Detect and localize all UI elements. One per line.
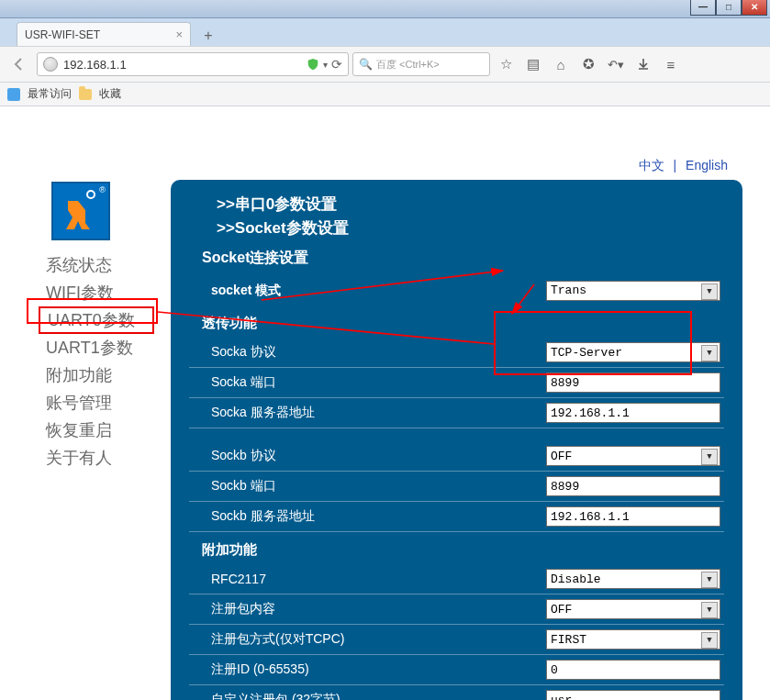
company-logo: ® bbox=[51, 182, 110, 240]
lang-en-link[interactable]: English bbox=[686, 158, 728, 172]
row-sockb-server: Sockb 服务器地址 bbox=[189, 502, 724, 532]
row-socka-server: Socka 服务器地址 bbox=[189, 398, 724, 428]
regpkg-mode-select[interactable]: FIRST bbox=[546, 629, 720, 650]
sockb-server-label: Sockb 服务器地址 bbox=[211, 508, 546, 525]
row-regid: 注册ID (0-65535) bbox=[189, 655, 724, 685]
row-socka-port: Socka 端口 bbox=[189, 368, 724, 398]
input-field[interactable] bbox=[551, 510, 716, 524]
most-visited-icon bbox=[7, 88, 20, 101]
rfc-label: RFC2117 bbox=[211, 572, 546, 586]
nav-system-status[interactable]: 系统状态 bbox=[39, 251, 154, 279]
nav-uart1-params[interactable]: UART1参数 bbox=[39, 334, 154, 361]
socka-proto-label: Socka 协议 bbox=[211, 344, 546, 361]
group-transparent-title: 透传功能 bbox=[202, 315, 724, 332]
bookmark-star-icon[interactable]: ☆ bbox=[494, 52, 518, 76]
sockb-port-input[interactable] bbox=[546, 476, 720, 496]
nav-label: WIFI参数 bbox=[46, 282, 114, 304]
window-maximize-button[interactable] bbox=[716, 0, 742, 16]
socka-proto-select[interactable]: TCP-Server bbox=[546, 342, 720, 362]
nav-label: 账号管理 bbox=[46, 392, 112, 414]
main-panel: >>串口0参数设置 >>Socket参数设置 Socket连接设置 socket… bbox=[171, 180, 742, 700]
regpkg-content-select[interactable]: OFF bbox=[546, 599, 720, 619]
row-socka-proto: Socka 协议 TCP-Server bbox=[189, 338, 724, 368]
history-back-small-icon[interactable]: ↶▾ bbox=[604, 52, 628, 76]
sockb-server-input[interactable] bbox=[546, 506, 720, 527]
shield-icon bbox=[307, 58, 319, 71]
nav-about[interactable]: 关于有人 bbox=[39, 444, 154, 472]
url-text: 192.168.1.1 bbox=[63, 58, 127, 72]
input-field[interactable] bbox=[551, 376, 716, 390]
devtools-icon[interactable]: ✪ bbox=[576, 52, 600, 76]
input-field[interactable] bbox=[551, 694, 716, 701]
nav-restore-reboot[interactable]: 恢复重启 bbox=[39, 417, 154, 444]
breadcrumb-1: >>串口0参数设置 bbox=[217, 193, 724, 217]
bookmarks-bar: 最常访问 收藏 bbox=[0, 83, 770, 106]
browser-tab[interactable]: USR-WIFI-SET × bbox=[17, 22, 191, 46]
nav-label: 关于有人 bbox=[46, 447, 112, 469]
url-bar[interactable]: 192.168.1.1 ▾ ⟳ bbox=[37, 52, 349, 76]
bookmark-recent[interactable]: 最常访问 bbox=[28, 86, 72, 102]
select-value: OFF bbox=[551, 603, 572, 617]
regpkg-content-label: 注册包内容 bbox=[211, 601, 546, 617]
socka-server-input[interactable] bbox=[546, 403, 720, 423]
search-bar[interactable]: 🔍 百度 <Ctrl+K> bbox=[352, 52, 490, 76]
socket-mode-select[interactable]: Trans bbox=[546, 281, 720, 301]
row-regpkg-mode: 注册包方式(仅对TCPC) FIRST bbox=[189, 625, 724, 655]
close-tab-icon[interactable]: × bbox=[175, 28, 183, 41]
regid-input[interactable] bbox=[546, 660, 720, 680]
browser-toolbar: 192.168.1.1 ▾ ⟳ 🔍 百度 <Ctrl+K> ☆ ▤ ⌂ ✪ ↶▾… bbox=[0, 46, 770, 83]
custom-reg-label: 自定义注册包 (32字节) bbox=[211, 692, 546, 700]
nav-extra-functions[interactable]: 附加功能 bbox=[39, 361, 154, 389]
sockb-proto-select[interactable]: OFF bbox=[546, 446, 720, 466]
menu-icon[interactable]: ≡ bbox=[659, 52, 683, 76]
row-custom-reg: 自定义注册包 (32字节) bbox=[189, 685, 724, 700]
socka-port-input[interactable] bbox=[546, 372, 720, 393]
window-close-button[interactable] bbox=[742, 0, 767, 16]
new-tab-button[interactable]: + bbox=[196, 26, 220, 46]
row-sockb-proto: Sockb 协议 OFF bbox=[189, 441, 724, 472]
lang-separator: | bbox=[674, 158, 677, 172]
window-titlebar bbox=[0, 0, 770, 18]
bookmark-favorites[interactable]: 收藏 bbox=[99, 86, 121, 102]
group-extra-title: 附加功能 bbox=[202, 541, 724, 559]
select-value: Disable bbox=[551, 572, 601, 586]
language-switch: 中文 | English bbox=[639, 158, 728, 174]
dropdown-icon[interactable]: ▾ bbox=[323, 60, 328, 70]
nav-wifi-params[interactable]: WIFI参数 bbox=[39, 279, 154, 306]
input-field[interactable] bbox=[551, 480, 716, 494]
back-button[interactable] bbox=[6, 51, 33, 77]
nav-account-mgmt[interactable]: 账号管理 bbox=[39, 389, 154, 417]
row-socket-mode: socket 模式 Trans bbox=[189, 275, 724, 306]
back-icon bbox=[12, 57, 27, 72]
window-minimize-button[interactable] bbox=[690, 0, 716, 16]
reload-icon[interactable]: ⟳ bbox=[331, 57, 342, 72]
downloads-icon[interactable] bbox=[631, 52, 655, 76]
socka-server-label: Socka 服务器地址 bbox=[211, 405, 546, 421]
tab-title: USR-WIFI-SET bbox=[25, 28, 100, 41]
reading-list-icon[interactable]: ▤ bbox=[521, 52, 545, 76]
input-field[interactable] bbox=[551, 406, 716, 420]
lang-zh-link[interactable]: 中文 bbox=[639, 158, 664, 172]
row-sockb-port: Sockb 端口 bbox=[189, 472, 724, 502]
regid-label: 注册ID (0-65535) bbox=[211, 661, 546, 678]
browser-tabstrip: USR-WIFI-SET × + bbox=[0, 18, 770, 46]
nav-label: 恢复重启 bbox=[46, 419, 112, 441]
select-value: TCP-Server bbox=[551, 346, 622, 360]
sidebar-nav: 系统状态 WIFI参数 UART0参数 UART1参数 附加功能 账号管理 恢复… bbox=[39, 251, 154, 472]
nav-label: 系统状态 bbox=[46, 254, 112, 276]
socket-mode-label: socket 模式 bbox=[211, 283, 546, 299]
section-socket-title: Socket连接设置 bbox=[202, 249, 724, 268]
home-icon[interactable]: ⌂ bbox=[549, 52, 573, 76]
nav-label: 附加功能 bbox=[46, 364, 112, 386]
breadcrumb-2: >>Socket参数设置 bbox=[217, 217, 724, 240]
custom-reg-input[interactable] bbox=[546, 690, 720, 700]
socka-port-label: Socka 端口 bbox=[211, 374, 546, 391]
search-placeholder: 百度 <Ctrl+K> bbox=[376, 58, 440, 72]
rfc-select[interactable]: Disable bbox=[546, 569, 720, 589]
nav-uart0-params[interactable]: UART0参数 bbox=[39, 306, 154, 334]
download-arrow-icon bbox=[637, 58, 650, 71]
select-value: FIRST bbox=[551, 633, 586, 647]
input-field[interactable] bbox=[551, 663, 716, 677]
breadcrumb: >>串口0参数设置 >>Socket参数设置 bbox=[217, 193, 724, 239]
search-icon: 🔍 bbox=[359, 58, 373, 71]
